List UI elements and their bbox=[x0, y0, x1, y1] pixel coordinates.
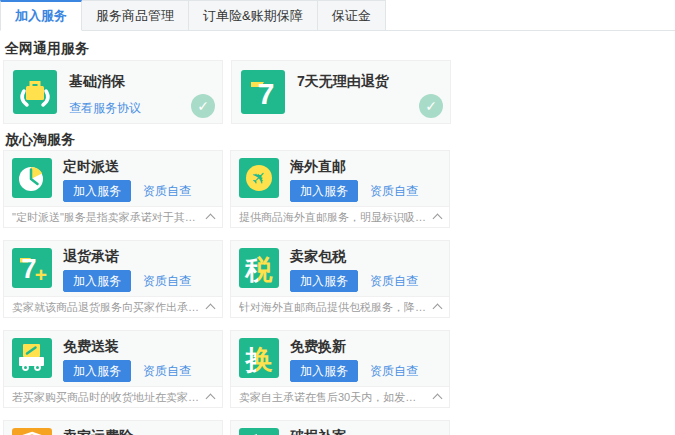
join-service-button[interactable]: 加入服务 bbox=[63, 180, 131, 202]
qualification-check-link[interactable]: 资质自查 bbox=[370, 363, 418, 380]
qualification-check-link[interactable]: 资质自查 bbox=[143, 183, 191, 200]
delivery-truck-icon bbox=[12, 338, 52, 378]
qualification-check-link[interactable]: 资质自查 bbox=[370, 273, 418, 290]
tab-deposit[interactable]: 保证金 bbox=[318, 0, 386, 30]
broken-shield-icon bbox=[239, 428, 279, 435]
qualification-check-link[interactable]: 资质自查 bbox=[143, 273, 191, 290]
card-title: 海外直邮 bbox=[290, 159, 418, 174]
universal-cards: 基础消保 查看服务协议 ✓ 7 7天无理由退货 ✓ bbox=[3, 60, 672, 124]
card-description: 针对海外直邮商品提供包税服务，降低买家海淘... bbox=[239, 300, 426, 315]
clock-pie-icon bbox=[12, 158, 52, 198]
shield-truck-icon bbox=[12, 428, 52, 435]
card-damage-reshipment: 破损补寄 加入服务 资质自查 卖家就该商品签收状态作出承诺，自商品签收之... bbox=[230, 420, 450, 435]
tab-order-insurance[interactable]: 订单险&账期保障 bbox=[189, 0, 318, 30]
svg-text:税: 税 bbox=[245, 255, 274, 285]
svg-text:+: + bbox=[35, 263, 47, 286]
collapse-chevron-icon[interactable] bbox=[433, 304, 443, 314]
seven-plus-icon: 7 + bbox=[12, 248, 52, 288]
exchange-character-icon: 换 bbox=[239, 338, 279, 378]
qualification-check-link[interactable]: 资质自查 bbox=[143, 363, 191, 380]
card-title: 7天无理由退货 bbox=[297, 73, 389, 91]
briefcase-hands-icon bbox=[13, 70, 57, 114]
card-title: 免费送装 bbox=[63, 339, 191, 354]
join-service-button[interactable]: 加入服务 bbox=[290, 360, 358, 382]
joined-check-icon: ✓ bbox=[191, 94, 215, 118]
card-free-delivery-install: 免费送装 加入服务 资质自查 若买家购买商品时的收货地址在卖家承诺的区域... bbox=[3, 330, 223, 408]
collapse-chevron-icon[interactable] bbox=[206, 394, 216, 404]
card-title: 退货承诺 bbox=[63, 249, 191, 264]
join-service-button[interactable]: 加入服务 bbox=[63, 360, 131, 382]
join-service-button[interactable]: 加入服务 bbox=[63, 270, 131, 292]
card-seller-shipping-insurance: 卖家运费险 查看服务 加入此服务的卖家当发生退货时，产生的退货运... bbox=[3, 420, 223, 435]
svg-text:7: 7 bbox=[258, 77, 275, 110]
card-return-promise: 7 + 退货承诺 加入服务 资质自查 卖家就该商品退货服务向买家作出承诺，自商品… bbox=[3, 240, 223, 318]
card-title: 卖家运费险 bbox=[63, 429, 133, 435]
airplane-icon: ✈ bbox=[239, 158, 279, 198]
card-free-replacement: 换 免费换新 加入服务 资质自查 卖家自主承诺在售后30天内，如发现商品出现..… bbox=[230, 330, 450, 408]
joined-check-icon: ✓ bbox=[419, 94, 443, 118]
collapse-chevron-icon[interactable] bbox=[206, 304, 216, 314]
tab-service-goods-management[interactable]: 服务商品管理 bbox=[82, 0, 189, 30]
tax-character-icon: 税 bbox=[239, 248, 279, 288]
collapse-chevron-icon[interactable] bbox=[433, 214, 443, 224]
card-scheduled-delivery: 定时派送 加入服务 资质自查 "定时派送"服务是指卖家承诺对于其店铺内含有"..… bbox=[3, 150, 223, 228]
section-title-fangxintao: 放心淘服务 bbox=[5, 131, 672, 147]
collapse-chevron-icon[interactable] bbox=[433, 394, 443, 404]
card-title: 定时派送 bbox=[63, 159, 191, 174]
card-7day-no-reason-return: 7 7天无理由退货 ✓ bbox=[231, 60, 451, 124]
view-service-agreement-link[interactable]: 查看服务协议 bbox=[69, 100, 141, 117]
collapse-chevron-icon[interactable] bbox=[206, 214, 216, 224]
card-description: 卖家就该商品退货服务向买家作出承诺，自商品... bbox=[12, 300, 199, 315]
card-title: 免费换新 bbox=[290, 339, 418, 354]
card-description: 卖家自主承诺在售后30天内，如发现商品出现... bbox=[239, 390, 426, 405]
card-seller-tax-included: 税 卖家包税 加入服务 资质自查 针对海外直邮商品提供包税服务，降低买家海淘..… bbox=[230, 240, 450, 318]
card-description: "定时派送"服务是指卖家承诺对于其店铺内含有"... bbox=[12, 210, 199, 225]
card-basic-consumer-protection: 基础消保 查看服务协议 ✓ bbox=[3, 60, 223, 124]
service-tabbar: 加入服务 服务商品管理 订单险&账期保障 保证金 bbox=[0, 0, 675, 31]
qualification-check-link[interactable]: 资质自查 bbox=[370, 183, 418, 200]
seven-icon: 7 bbox=[241, 70, 285, 114]
join-service-button[interactable]: 加入服务 bbox=[290, 270, 358, 292]
card-description: 若买家购买商品时的收货地址在卖家承诺的区域... bbox=[12, 390, 199, 405]
card-title: 破损补寄 bbox=[290, 429, 418, 435]
card-overseas-direct-mail: ✈ 海外直邮 加入服务 资质自查 提供商品海外直邮服务，明显标识吸引海淘买家..… bbox=[230, 150, 450, 228]
svg-text:换: 换 bbox=[245, 345, 273, 375]
tab-join-service[interactable]: 加入服务 bbox=[0, 0, 82, 31]
card-title: 基础消保 bbox=[69, 73, 141, 91]
join-service-button[interactable]: 加入服务 bbox=[290, 180, 358, 202]
section-title-universal: 全网通用服务 bbox=[5, 40, 672, 56]
card-description: 提供商品海外直邮服务，明显标识吸引海淘买家... bbox=[239, 210, 426, 225]
card-title: 卖家包税 bbox=[290, 249, 418, 264]
fangxintao-cards: 定时派送 加入服务 资质自查 "定时派送"服务是指卖家承诺对于其店铺内含有"..… bbox=[3, 150, 672, 435]
